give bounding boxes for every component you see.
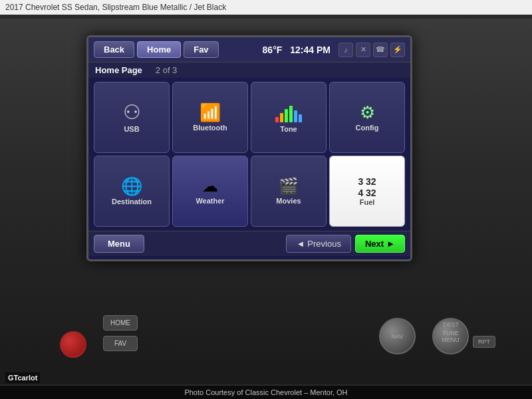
page-count: 2 of 3 — [156, 65, 178, 75]
nav-knob[interactable]: NAV — [379, 318, 416, 354]
nav-label: NAV — [392, 333, 404, 340]
prev-arrow-icon: ◄ — [296, 239, 305, 249]
weather-label: Weather — [196, 197, 224, 205]
movies-label: Movies — [276, 197, 301, 205]
bottom-caption: Photo Courtesy of Classic Chevrolet – Me… — [0, 386, 532, 399]
fav-button[interactable]: Fav — [184, 41, 218, 58]
bluetooth-icon: 📶 — [200, 104, 221, 121]
fuel-price-1: 3 32 — [358, 176, 376, 188]
phone-icon: ☎ — [373, 43, 388, 57]
screen-header: Back Home Fav 86°F 12:44 PM ♪ ✕ ☎ ⚡ — [88, 37, 410, 63]
screen-subheader: Home Page 2 of 3 — [88, 63, 410, 78]
back-button[interactable]: Back — [94, 41, 134, 58]
fuel-tile[interactable]: 3 32 4 32 Fuel — [329, 156, 405, 227]
tone-icon — [275, 102, 302, 122]
tune-label: TUNE MENU — [434, 330, 467, 343]
status-icons: ♪ ✕ ☎ ⚡ — [338, 43, 405, 57]
weather-tile[interactable]: ☁ Weather — [172, 156, 248, 227]
rpt-label: RPT — [478, 338, 490, 345]
fav-ctrl-button[interactable]: FAV — [103, 336, 138, 351]
config-tile[interactable]: ⚙ Config — [329, 82, 405, 153]
watermark-badge: GTcarlot — [5, 372, 40, 383]
config-icon: ⚙ — [360, 104, 375, 121]
top-caption: 2017 Chevrolet SS Sedan, Slipstream Blue… — [0, 0, 532, 15]
config-label: Config — [356, 124, 379, 132]
audio-icon: ♪ — [338, 43, 353, 57]
left-controls: HOME FAV — [103, 315, 138, 351]
bottom-caption-text: Photo Courtesy of Classic Chevrolet – Me… — [184, 388, 347, 396]
watermark-text: GTcarlot — [8, 374, 37, 382]
caption-text: 2017 Chevrolet SS Sedan, Slipstream Blue… — [5, 3, 226, 12]
destination-tile[interactable]: 🌐 Destination — [94, 156, 170, 227]
bluetooth-status-icon: ⚡ — [390, 43, 405, 57]
page-label: Home Page — [95, 65, 142, 75]
home-ctrl-button[interactable]: HOME — [103, 315, 138, 331]
tone-tile[interactable]: Tone — [251, 82, 327, 153]
next-arrow-icon: ► — [386, 239, 395, 249]
usb-label: USB — [124, 125, 139, 133]
fuel-price-2: 4 32 — [358, 188, 376, 199]
destination-label: Destination — [112, 198, 152, 205]
previous-button[interactable]: ◄ Previous — [286, 235, 350, 253]
volume-knob[interactable] — [60, 331, 86, 358]
tone-label: Tone — [280, 125, 297, 133]
header-info: 86°F 12:44 PM ♪ ✕ ☎ ⚡ — [263, 43, 405, 57]
icon-grid: ⚇ USB 📶 Bluetooth — [88, 78, 410, 231]
cancel-icon: ✕ — [356, 43, 370, 57]
next-label: Next — [365, 239, 384, 249]
infotainment-screen: Back Home Fav 86°F 12:44 PM ♪ ✕ ☎ ⚡ — [86, 35, 412, 261]
temperature-display: 86°F — [263, 45, 283, 55]
home-button[interactable]: Home — [137, 41, 181, 58]
header-buttons: Back Home Fav — [94, 41, 219, 58]
photo-wrapper: 2017 Chevrolet SS Sedan, Slipstream Blue… — [0, 0, 532, 399]
menu-button[interactable]: Menu — [94, 235, 144, 253]
dest-text: DEST — [443, 321, 459, 328]
bluetooth-label: Bluetooth — [193, 124, 227, 132]
rpt-button[interactable]: RPT — [473, 336, 495, 348]
previous-label: Previous — [307, 239, 341, 249]
globe-icon: 🌐 — [121, 178, 142, 195]
bluetooth-tile[interactable]: 📶 Bluetooth — [172, 82, 248, 153]
screen-bottom-bar: Menu ◄ Previous Next ► — [88, 231, 410, 256]
car-interior: Back Home Fav 86°F 12:44 PM ♪ ✕ ☎ ⚡ — [0, 19, 532, 384]
usb-icon: ⚇ — [123, 102, 141, 122]
time-display: 12:44 PM — [290, 45, 331, 55]
dest-label: DEST — [443, 321, 459, 328]
fuel-label: Fuel — [360, 198, 375, 206]
usb-tile[interactable]: ⚇ USB — [94, 82, 170, 153]
weather-icon: ☁ — [202, 178, 218, 194]
movies-icon: 🎬 — [279, 178, 299, 194]
movies-tile[interactable]: 🎬 Movies — [251, 156, 327, 227]
next-button[interactable]: Next ► — [355, 235, 405, 253]
fuel-prices: 3 32 4 32 — [358, 176, 376, 199]
